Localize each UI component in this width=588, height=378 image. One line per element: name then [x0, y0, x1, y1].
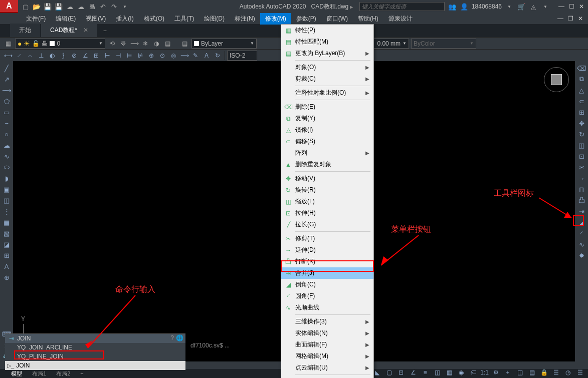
menu-file[interactable]: 文件(F) — [21, 13, 51, 25]
dropdown-item[interactable]: 凸打断(K) — [281, 256, 373, 267]
hatch-icon[interactable]: ▦ — [2, 217, 12, 227]
circle-icon[interactable]: ○ — [2, 129, 12, 139]
dropdown-item[interactable]: ⌫删除(E) — [281, 101, 373, 113]
menu-tools[interactable]: 工具(T) — [169, 13, 199, 25]
dropdown-item[interactable]: ∿光顺曲线 — [281, 302, 373, 313]
insert-icon[interactable]: ▣ — [2, 184, 12, 194]
search-arrow-icon[interactable]: ▸ — [347, 2, 356, 11]
minimize-icon[interactable]: — — [557, 3, 566, 11]
jog-line-icon[interactable]: ⟿ — [179, 51, 189, 61]
app-exchange-icon[interactable]: 🛒 — [517, 2, 526, 11]
annoscale-icon[interactable]: 🏷 — [468, 367, 478, 377]
center-mark-icon[interactable]: ⊙ — [157, 51, 167, 61]
dropdown-item[interactable]: 对象(O)▶ — [281, 62, 373, 73]
dim-text-edit-icon[interactable]: A — [202, 51, 212, 61]
extend-icon[interactable]: → — [576, 173, 586, 183]
dropdown-item[interactable]: 阵列▶ — [281, 147, 373, 159]
breakpoint-icon[interactable]: ⊓ — [576, 184, 586, 194]
dim-space-icon[interactable]: ⊨ — [124, 51, 134, 61]
layer-prev-icon[interactable]: ⟲ — [107, 39, 117, 49]
xline-icon[interactable]: ↗ — [2, 74, 12, 84]
redo-icon[interactable]: ↷ — [109, 2, 118, 11]
dropdown-item[interactable]: 三维操作(3)▶ — [281, 316, 373, 327]
dropdown-item[interactable]: →延伸(D) — [281, 244, 373, 256]
dim-angular-icon[interactable]: ∠ — [80, 51, 90, 61]
dropdown-item[interactable]: ▦特性(P) — [281, 25, 373, 36]
spline-icon[interactable]: ∿ — [2, 151, 12, 161]
quick-dim-icon[interactable]: ⊞ — [91, 51, 101, 61]
dropdown-item[interactable]: ◫更改空间(S) — [281, 376, 373, 378]
tab-document[interactable]: CAD教程*✕ — [41, 24, 97, 37]
break-icon[interactable]: 凸 — [576, 195, 586, 205]
web-save-icon[interactable]: ☁ — [76, 2, 85, 11]
ws-icon[interactable]: ⚙ — [491, 367, 501, 377]
tolerance-icon[interactable]: ⊕ — [146, 51, 156, 61]
dropdown-item[interactable]: ↻旋转(R) — [281, 184, 373, 196]
qat-dropdown-icon[interactable]: ▼ — [120, 2, 129, 11]
view-cube[interactable] — [544, 67, 569, 92]
menu-draw[interactable]: 绘图(D) — [199, 13, 230, 25]
dim-radius-icon[interactable]: ◐ — [47, 51, 57, 61]
menu-view[interactable]: 视图(V) — [81, 13, 111, 25]
addselected-icon[interactable]: ⊕ — [2, 272, 12, 282]
region-icon[interactable]: ◪ — [2, 239, 12, 249]
search-input[interactable] — [359, 2, 445, 11]
dropdown-item[interactable]: ▤更改为 ByLayer(B)▶ — [281, 48, 373, 59]
mirror-icon[interactable]: △ — [576, 85, 586, 95]
dropdown-item[interactable]: 点云编辑(U)▶ — [281, 362, 373, 373]
erase-icon[interactable]: ⌫ — [576, 63, 586, 73]
model-tab[interactable]: 模型 — [6, 369, 27, 379]
saveas-icon[interactable]: 💾 — [54, 2, 63, 11]
3dosnap-icon[interactable]: ⊡ — [396, 367, 406, 377]
dropdown-item[interactable]: ✥移动(V) — [281, 173, 373, 184]
a360-icon[interactable]: ◬ — [529, 2, 538, 11]
sc-icon[interactable]: ◉ — [456, 367, 466, 377]
dropdown-item[interactable]: ◫缩放(L) — [281, 196, 373, 207]
revcloud-icon[interactable]: ☁ — [2, 140, 12, 150]
layout2-tab[interactable]: 布局2 — [51, 369, 75, 379]
join-icon[interactable]: ⇥ — [576, 206, 586, 216]
color-select-icon[interactable]: ▤ — [179, 39, 189, 49]
lockui-icon[interactable]: 🔒 — [539, 367, 549, 377]
linetype-combo[interactable]: ByLayer ▼ — [191, 39, 257, 49]
open-icon[interactable]: 📂 — [32, 2, 41, 11]
ellipse-icon[interactable]: ⬭ — [2, 162, 12, 172]
offset-icon[interactable]: ⊂ — [576, 96, 586, 106]
maximize-icon[interactable]: ☐ — [567, 3, 576, 11]
help-icon[interactable]: ? — [170, 334, 174, 341]
suggestion-yq-join-arcline[interactable]: YQ_JOIN_ARCLINE — [5, 343, 185, 352]
layer-make-icon[interactable]: ▤ — [162, 39, 172, 49]
fillet-icon[interactable]: ◜ — [576, 228, 586, 238]
pline-icon[interactable]: ⟿ — [2, 85, 12, 95]
app-logo[interactable]: A — [0, 0, 18, 13]
help-dropdown-icon[interactable]: ▼ — [541, 2, 550, 11]
dim-continue-icon[interactable]: ⊣ — [113, 51, 123, 61]
dropdown-item[interactable]: 网格编辑(M)▶ — [281, 350, 373, 362]
isolate-icon[interactable]: ☰ — [551, 367, 561, 377]
menu-dimension[interactable]: 标注(N) — [230, 13, 260, 25]
menu-yuanquan[interactable]: 源泉设计 — [383, 13, 418, 25]
menu-help[interactable]: 帮助(H) — [353, 13, 383, 25]
dropdown-item[interactable]: ⊂偏移(S) — [281, 136, 373, 147]
menu-format[interactable]: 格式(O) — [139, 13, 169, 25]
hardware-icon[interactable]: ◷ — [563, 367, 573, 377]
dim-break-icon[interactable]: ⊭ — [135, 51, 145, 61]
units-icon[interactable]: ◫ — [515, 367, 525, 377]
cleanscreen-icon[interactable]: ☰ — [575, 367, 585, 377]
move-icon[interactable]: ✥ — [576, 118, 586, 128]
suggestion-yq-pline-join[interactable]: YQ_PLINE_JOIN — [5, 352, 185, 361]
qp-icon[interactable]: ▦ — [444, 367, 454, 377]
layer-off-icon[interactable]: ◑ — [151, 39, 161, 49]
dropdown-item[interactable]: ✂修剪(T) — [281, 233, 373, 244]
otrack-icon[interactable]: ∠ — [408, 367, 418, 377]
menu-parametric[interactable]: 参数(P) — [291, 13, 321, 25]
user-name[interactable]: 184068846 — [472, 3, 502, 10]
gradient-icon[interactable]: ▧ — [2, 228, 12, 238]
layer-props-icon[interactable]: ▦ — [3, 39, 13, 49]
quickprops-icon[interactable]: ▤ — [527, 367, 537, 377]
doc-minimize-icon[interactable]: — — [556, 15, 565, 23]
tab-close-icon[interactable]: ✕ — [83, 27, 88, 34]
dim-arc-icon[interactable]: ⌢ — [25, 51, 35, 61]
add-layout-icon[interactable]: + — [75, 369, 88, 377]
ellipse-arc-icon[interactable]: ◗ — [2, 173, 12, 183]
